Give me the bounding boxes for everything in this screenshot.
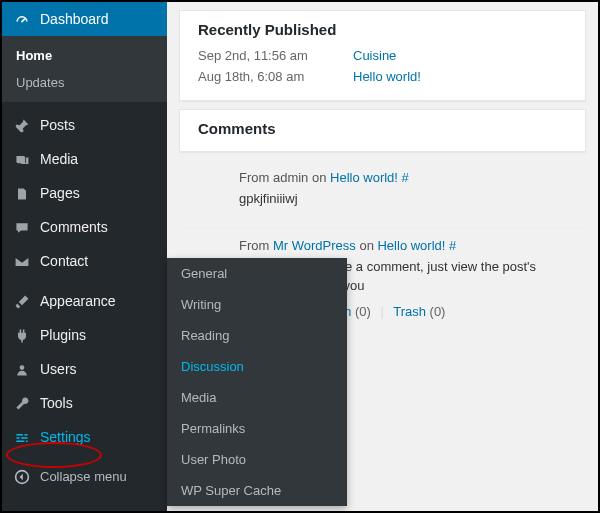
sidebar-item-settings[interactable]: Settings [2, 420, 167, 454]
comment-author-link[interactable]: Mr WordPress [273, 238, 356, 253]
pages-icon [12, 184, 32, 202]
recently-published-box: Recently Published Sep 2nd, 11:56 am Cui… [179, 10, 586, 101]
filter-trash-link[interactable]: Trash [393, 304, 426, 319]
comment-item: From admin on Hello world! # gpkjfiniiiw… [179, 160, 586, 227]
recent-post-time: Sep 2nd, 11:56 am [198, 48, 353, 63]
comment-hash-link[interactable]: # [402, 170, 409, 185]
settings-item-wp-super-cache[interactable]: WP Super Cache [167, 475, 347, 506]
sidebar-item-tools[interactable]: Tools [2, 386, 167, 420]
sidebar-item-media[interactable]: Media [2, 142, 167, 176]
recent-post-time: Aug 18th, 6:08 am [198, 69, 353, 84]
recently-published-heading: Recently Published [198, 21, 567, 38]
comment-from-prefix: From [239, 238, 273, 253]
sidebar-item-label: Settings [40, 429, 91, 445]
sidebar-item-label: Dashboard [40, 11, 109, 27]
dashboard-submenu: Home Updates [2, 36, 167, 102]
sidebar-item-label: Media [40, 151, 78, 167]
wrench-icon [12, 394, 32, 412]
comment-meta: From Mr WordPress on Hello world! # [239, 238, 580, 253]
recent-post-row: Aug 18th, 6:08 am Hello world! [198, 69, 567, 84]
collapse-menu-button[interactable]: Collapse menu [2, 460, 167, 493]
separator-pipe: | [374, 304, 389, 319]
sliders-icon [12, 428, 32, 446]
comment-from-prefix: From admin on [239, 170, 330, 185]
brush-icon [12, 292, 32, 310]
sidebar-item-label: Posts [40, 117, 75, 133]
submenu-item-updates[interactable]: Updates [2, 69, 167, 96]
settings-item-user-photo[interactable]: User Photo [167, 444, 347, 475]
collapse-icon [12, 468, 32, 485]
settings-item-reading[interactable]: Reading [167, 320, 347, 351]
comments-heading: Comments [198, 120, 567, 137]
sidebar-item-contact[interactable]: Contact [2, 244, 167, 278]
plug-icon [12, 326, 32, 344]
comment-post-link[interactable]: Hello world! [377, 238, 445, 253]
settings-item-permalinks[interactable]: Permalinks [167, 413, 347, 444]
settings-item-writing[interactable]: Writing [167, 289, 347, 320]
sidebar-item-label: Pages [40, 185, 80, 201]
recent-post-link[interactable]: Cuisine [353, 48, 396, 63]
comment-post-link[interactable]: Hello world! [330, 170, 398, 185]
submenu-item-home[interactable]: Home [2, 42, 167, 69]
sidebar-item-comments[interactable]: Comments [2, 210, 167, 244]
media-icon [12, 150, 32, 168]
sidebar-item-posts[interactable]: Posts [2, 108, 167, 142]
settings-item-media[interactable]: Media [167, 382, 347, 413]
comment-hash-link[interactable]: # [449, 238, 456, 253]
pin-icon [12, 116, 32, 134]
comment-body: gpkjfiniiiwj [239, 189, 580, 209]
sidebar-item-label: Appearance [40, 293, 116, 309]
settings-item-discussion[interactable]: Discussion [167, 351, 347, 382]
sidebar-item-plugins[interactable]: Plugins [2, 318, 167, 352]
settings-flyout: General Writing Reading Discussion Media… [167, 258, 347, 506]
dashboard-icon [12, 10, 32, 28]
trash-count: (0) [430, 304, 446, 319]
sidebar-item-users[interactable]: Users [2, 352, 167, 386]
recent-post-row: Sep 2nd, 11:56 am Cuisine [198, 48, 567, 63]
recent-post-link[interactable]: Hello world! [353, 69, 421, 84]
comment-meta: From admin on Hello world! # [239, 170, 580, 185]
sidebar-item-label: Plugins [40, 327, 86, 343]
sidebar-item-appearance[interactable]: Appearance [2, 284, 167, 318]
user-icon [12, 360, 32, 378]
comments-box: Comments [179, 109, 586, 152]
settings-item-general[interactable]: General [167, 258, 347, 289]
comment-icon [12, 218, 32, 236]
sidebar-item-label: Users [40, 361, 77, 377]
collapse-label: Collapse menu [40, 469, 127, 484]
sidebar-item-label: Contact [40, 253, 88, 269]
sidebar-item-pages[interactable]: Pages [2, 176, 167, 210]
comment-on-text: on [359, 238, 377, 253]
admin-sidebar: Dashboard Home Updates Posts Media Pages [2, 2, 167, 511]
sidebar-item-label: Tools [40, 395, 73, 411]
mail-icon [12, 252, 32, 270]
sidebar-item-dashboard[interactable]: Dashboard [2, 2, 167, 36]
spam-count: (0) [355, 304, 371, 319]
sidebar-item-label: Comments [40, 219, 108, 235]
